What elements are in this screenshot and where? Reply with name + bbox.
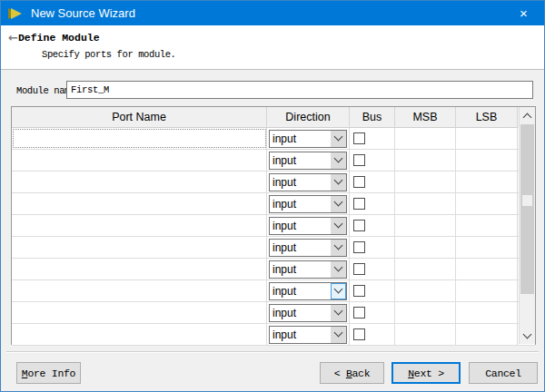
- direction-dropdown[interactable]: input: [269, 260, 347, 279]
- button-text: ore Info: [27, 368, 75, 379]
- cancel-button[interactable]: Cancel: [469, 362, 538, 384]
- chevron-down-icon[interactable]: [331, 152, 346, 169]
- direction-dropdown[interactable]: input: [269, 173, 347, 191]
- lsb-cell[interactable]: [456, 150, 518, 171]
- msb-cell[interactable]: [395, 193, 456, 214]
- bus-cell: [350, 215, 395, 236]
- vertical-scrollbar[interactable]: [519, 107, 535, 344]
- ports-table: Port Name Direction Bus MSB LSB input: [11, 106, 536, 345]
- bus-cell: [350, 324, 395, 345]
- column-header-direction: Direction: [267, 107, 350, 128]
- port-name-cell[interactable]: [12, 128, 267, 149]
- chevron-down-icon[interactable]: [331, 327, 346, 343]
- chevron-down-icon[interactable]: [331, 174, 346, 191]
- lsb-cell[interactable]: [456, 128, 518, 149]
- chevron-down-icon[interactable]: [331, 283, 346, 299]
- bus-checkbox[interactable]: [353, 241, 365, 253]
- direction-value: input: [270, 305, 331, 321]
- button-text: Cancel: [485, 368, 521, 379]
- table-row: input: [12, 237, 535, 259]
- msb-cell[interactable]: [395, 259, 456, 279]
- scroll-up-icon[interactable]: [520, 107, 535, 123]
- close-icon[interactable]: ×: [503, 1, 544, 25]
- page-subtitle: Specify ports for module.: [42, 49, 176, 60]
- bus-checkbox[interactable]: [353, 307, 365, 318]
- column-header-port-name: Port Name: [12, 107, 267, 128]
- msb-cell[interactable]: [395, 215, 456, 236]
- button-text: <: [334, 368, 346, 379]
- direction-cell: input: [267, 324, 350, 345]
- direction-dropdown[interactable]: input: [269, 152, 347, 170]
- bus-checkbox[interactable]: [353, 176, 365, 188]
- direction-value: input: [270, 131, 331, 147]
- scroll-down-icon[interactable]: [520, 328, 535, 344]
- port-name-cell[interactable]: [12, 172, 267, 192]
- direction-dropdown[interactable]: input: [269, 195, 347, 213]
- bus-cell: [350, 193, 395, 214]
- lsb-cell[interactable]: [456, 193, 518, 214]
- chevron-down-icon[interactable]: [331, 261, 346, 278]
- msb-cell[interactable]: [395, 237, 456, 258]
- chevron-down-icon[interactable]: [331, 305, 346, 321]
- port-name-cell[interactable]: [12, 280, 267, 301]
- msb-cell[interactable]: [395, 324, 456, 345]
- msb-cell[interactable]: [395, 280, 456, 301]
- msb-cell[interactable]: [395, 172, 456, 192]
- port-name-cell[interactable]: [12, 324, 267, 345]
- direction-cell: input: [267, 128, 350, 149]
- button-text: ack: [352, 368, 371, 379]
- table-body: input input: [12, 128, 535, 346]
- port-name-cell[interactable]: [12, 259, 267, 279]
- direction-dropdown[interactable]: input: [269, 217, 347, 235]
- bus-checkbox[interactable]: [353, 328, 365, 340]
- bus-cell: [350, 128, 395, 149]
- next-button[interactable]: Next >: [391, 362, 461, 384]
- bus-checkbox[interactable]: [353, 285, 365, 297]
- button-mnemonic: N: [408, 368, 414, 379]
- direction-dropdown[interactable]: input: [269, 282, 347, 300]
- lsb-cell[interactable]: [456, 259, 518, 279]
- port-name-cell[interactable]: [12, 193, 267, 214]
- chevron-down-icon[interactable]: [331, 240, 346, 256]
- port-name-cell[interactable]: [12, 237, 267, 258]
- table-row: input: [12, 172, 535, 193]
- lsb-cell[interactable]: [456, 172, 518, 192]
- lsb-cell[interactable]: [456, 280, 518, 301]
- direction-dropdown[interactable]: input: [269, 304, 347, 322]
- back-button[interactable]: < Back: [320, 362, 384, 384]
- port-name-cell[interactable]: [12, 215, 267, 236]
- table-row: input: [12, 193, 535, 215]
- scrollbar-thumb[interactable]: [520, 124, 534, 294]
- bus-checkbox[interactable]: [353, 263, 365, 275]
- direction-value: input: [270, 152, 331, 169]
- chevron-down-icon[interactable]: [331, 218, 346, 234]
- direction-value: input: [270, 261, 331, 278]
- direction-dropdown[interactable]: input: [269, 239, 347, 257]
- scrollbar-grip: [522, 195, 532, 206]
- more-info-button[interactable]: More Info: [16, 362, 81, 384]
- column-header-bus: Bus: [350, 107, 395, 128]
- lsb-cell[interactable]: [456, 215, 518, 236]
- lsb-cell[interactable]: [456, 302, 518, 323]
- table-row: input: [12, 128, 535, 150]
- direction-dropdown[interactable]: input: [269, 326, 347, 344]
- bus-checkbox[interactable]: [353, 132, 365, 144]
- lsb-cell[interactable]: [456, 324, 518, 345]
- direction-cell: input: [267, 259, 350, 279]
- direction-cell: input: [267, 150, 350, 171]
- new-source-wizard-dialog: New Source Wizard × ← Define Module Spec…: [0, 0, 545, 392]
- bus-cell: [350, 259, 395, 279]
- bus-checkbox[interactable]: [353, 198, 365, 210]
- direction-dropdown[interactable]: input: [269, 130, 347, 148]
- bus-checkbox[interactable]: [353, 154, 365, 166]
- bus-checkbox[interactable]: [353, 220, 365, 231]
- chevron-down-icon[interactable]: [331, 131, 346, 147]
- msb-cell[interactable]: [395, 150, 456, 171]
- chevron-down-icon[interactable]: [331, 196, 346, 212]
- msb-cell[interactable]: [395, 128, 456, 149]
- port-name-cell[interactable]: [12, 150, 267, 171]
- lsb-cell[interactable]: [456, 237, 518, 258]
- module-name-input[interactable]: [66, 81, 533, 99]
- port-name-cell[interactable]: [12, 302, 267, 323]
- msb-cell[interactable]: [395, 302, 456, 323]
